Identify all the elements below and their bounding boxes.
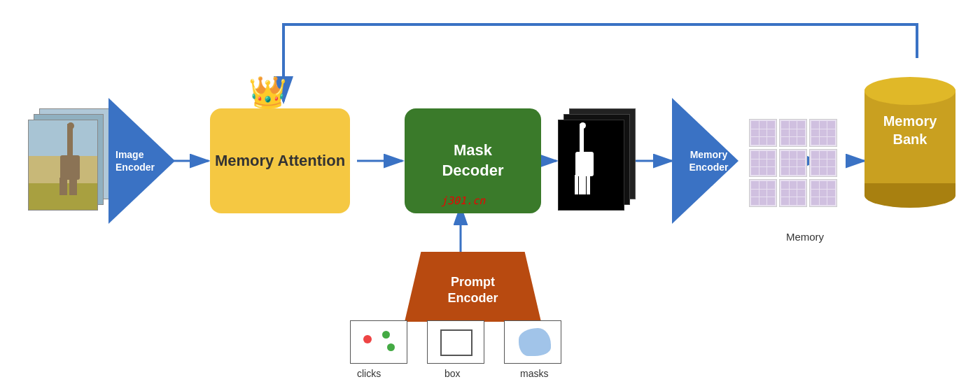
clicks-icon-box — [350, 320, 407, 364]
masks-label: masks — [520, 368, 548, 379]
crown-icon: 👑 — [248, 77, 287, 108]
memory-encoder-label: Memory Encoder — [672, 148, 738, 173]
input-frames — [27, 108, 111, 213]
image-encoder: Image Encoder — [108, 98, 175, 224]
memory-grid-icons — [749, 119, 837, 207]
prompt-encoder-label: PromptEncoder — [447, 267, 498, 307]
memory-label: Memory — [760, 231, 850, 243]
clicks-label: clicks — [357, 368, 381, 379]
mask-decoder-label: MaskDecoder — [442, 141, 503, 180]
prompt-encoder: PromptEncoder — [405, 252, 541, 322]
box-label: box — [444, 368, 461, 379]
memory-attention-label: Memory Attention — [215, 151, 345, 171]
architecture-diagram: Image Encoder Memory Attention 👑 MaskDec… — [0, 0, 980, 391]
memory-bank: MemoryBank — [864, 70, 955, 210]
memory-attention: Memory Attention — [210, 108, 350, 213]
memory-encoder: Memory Encoder — [672, 98, 738, 224]
image-encoder-label: Image Encoder — [108, 148, 175, 173]
box-icon-box — [427, 320, 484, 364]
watermark: j301.cn — [441, 194, 485, 207]
output-frames — [556, 108, 640, 213]
masks-icon-box — [504, 320, 561, 364]
